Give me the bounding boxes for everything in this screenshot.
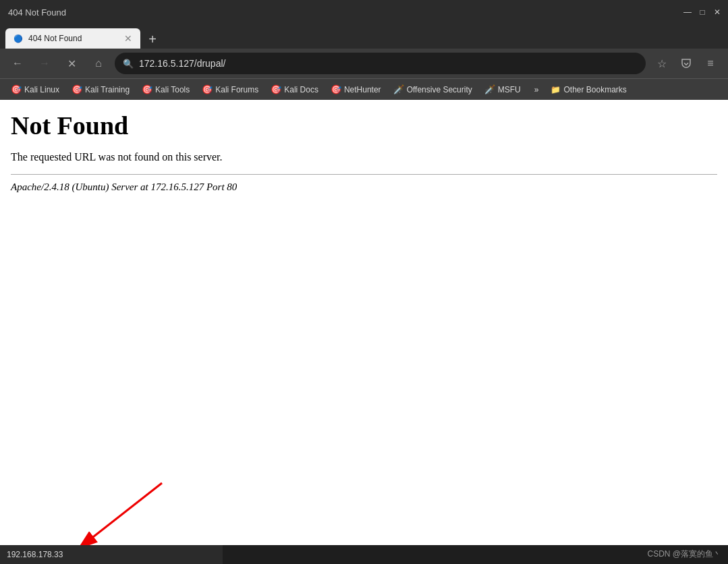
nav-bar: ← → ✕ ⌂ 🔍 ☆ ≡ xyxy=(0,49,728,78)
kali-training-icon: 🎯 xyxy=(72,84,82,94)
home-button[interactable]: ⌂ xyxy=(88,53,109,74)
other-bookmarks-item[interactable]: 📁 Other Bookmarks xyxy=(545,83,632,96)
bookmark-nethunter-label: NetHunter xyxy=(344,85,381,94)
bookmark-kali-docs[interactable]: 🎯 Kali Docs xyxy=(265,82,324,96)
kali-linux-icon: 🎯 xyxy=(11,84,22,94)
active-tab[interactable]: 🔵 404 Not Found ✕ xyxy=(5,28,140,49)
page-divider xyxy=(11,174,717,175)
nav-actions: ☆ ≡ xyxy=(651,53,721,74)
bookmark-kali-training-label: Kali Training xyxy=(85,85,130,94)
csdn-watermark: CSDN @落寞的鱼丶 xyxy=(647,548,721,560)
page-body: The requested URL was not found on this … xyxy=(11,151,717,163)
other-bookmarks-label: Other Bookmarks xyxy=(563,85,626,94)
stop-reload-button[interactable]: ✕ xyxy=(61,53,82,74)
maximize-button[interactable]: □ xyxy=(697,7,708,18)
more-bookmarks-button[interactable]: » xyxy=(529,83,544,96)
page-heading: Not Found xyxy=(11,111,717,140)
tab-title: 404 Not Found xyxy=(28,34,82,43)
menu-button[interactable]: ≡ xyxy=(700,53,721,74)
bookmark-nethunter[interactable]: 🎯 NetHunter xyxy=(325,82,387,96)
bookmark-kali-forums[interactable]: 🎯 Kali Forums xyxy=(196,82,264,96)
address-search-icon: 🔍 xyxy=(123,59,134,69)
folder-icon: 📁 xyxy=(551,85,561,94)
more-bookmarks-icon: » xyxy=(534,85,539,94)
bookmark-kali-linux-label: Kali Linux xyxy=(24,85,59,94)
bookmark-kali-training[interactable]: 🎯 Kali Training xyxy=(66,82,135,96)
bookmark-kali-linux[interactable]: 🎯 Kali Linux xyxy=(5,82,65,96)
forward-button[interactable]: → xyxy=(34,53,55,74)
bookmark-kali-tools-label: Kali Tools xyxy=(155,85,190,94)
bookmark-kali-tools[interactable]: 🎯 Kali Tools xyxy=(136,82,195,96)
back-button[interactable]: ← xyxy=(7,53,28,74)
msfu-icon: 🗡️ xyxy=(484,84,495,94)
title-bar: 404 Not Found — □ ✕ xyxy=(0,0,728,24)
minimize-button[interactable]: — xyxy=(682,7,693,18)
kali-docs-icon: 🎯 xyxy=(271,84,281,94)
page-footer: Apache/2.4.18 (Ubuntu) Server at 172.16.… xyxy=(11,181,717,193)
bookmark-star-button[interactable]: ☆ xyxy=(651,53,673,74)
bookmarks-bar: 🎯 Kali Linux 🎯 Kali Training 🎯 Kali Tool… xyxy=(0,78,728,100)
bookmark-offensive-security[interactable]: 🗡️ Offensive Security xyxy=(388,82,478,96)
bookmark-msfu-label: MSFU xyxy=(498,85,521,94)
tab-label-title: 404 Not Found xyxy=(8,7,66,18)
kali-forums-icon: 🎯 xyxy=(202,84,213,94)
address-bar[interactable]: 🔍 xyxy=(115,53,646,74)
bookmark-msfu[interactable]: 🗡️ MSFU xyxy=(479,82,526,96)
url-input[interactable] xyxy=(139,58,638,69)
pocket-button[interactable] xyxy=(675,53,697,74)
tab-close-button[interactable]: ✕ xyxy=(124,33,132,44)
nethunter-icon: 🎯 xyxy=(331,84,341,94)
tab-icon: 🔵 xyxy=(13,34,23,43)
tab-bar: 🔵 404 Not Found ✕ + xyxy=(0,24,728,49)
status-url: 192.168.178.33 xyxy=(7,550,63,559)
offensive-security-icon: 🗡️ xyxy=(393,84,404,94)
new-tab-button[interactable]: + xyxy=(143,30,162,49)
close-window-button[interactable]: ✕ xyxy=(712,7,723,18)
kali-tools-icon: 🎯 xyxy=(142,84,152,94)
bookmark-kali-docs-label: Kali Docs xyxy=(284,85,318,94)
status-bar: 192.168.178.33 xyxy=(0,545,223,564)
window-controls: — □ ✕ xyxy=(682,7,723,18)
bookmark-offensive-security-label: Offensive Security xyxy=(407,85,472,94)
bookmark-kali-forums-label: Kali Forums xyxy=(215,85,258,94)
page-content: Not Found The requested URL was not foun… xyxy=(0,100,728,545)
